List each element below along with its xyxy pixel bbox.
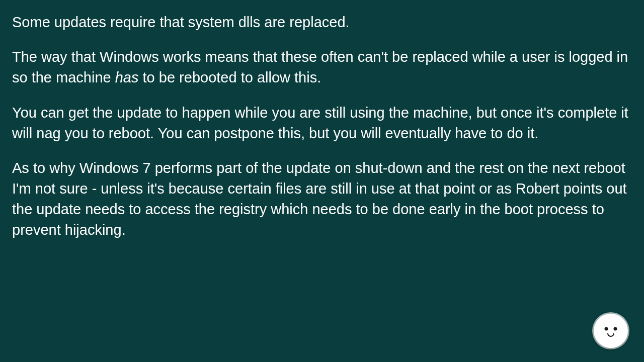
paragraph-4: As to why Windows 7 performs part of the… <box>12 158 632 241</box>
paragraph-2: The way that Windows works means that th… <box>12 47 632 88</box>
paragraph-3: You can get the update to happen while y… <box>12 103 632 144</box>
chat-assistant-button[interactable] <box>594 314 628 348</box>
paragraph-2-emphasis: has <box>115 69 139 85</box>
paragraph-2-part-b: to be rebooted to allow this. <box>139 69 321 85</box>
paragraph-1: Some updates require that system dlls ar… <box>12 12 632 33</box>
chat-avatar-icon <box>594 314 628 348</box>
